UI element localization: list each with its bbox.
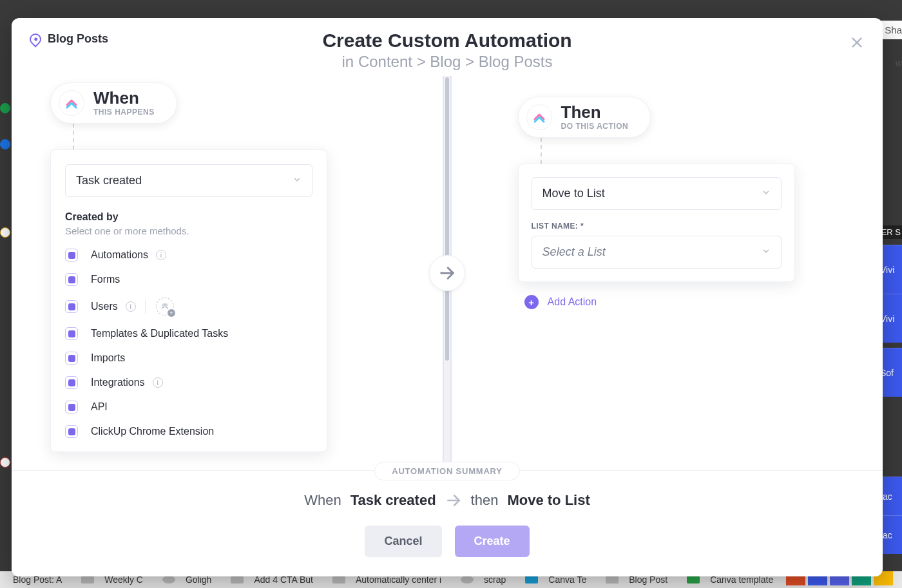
background-dot bbox=[0, 139, 10, 149]
connector-line bbox=[541, 138, 542, 164]
close-button[interactable] bbox=[848, 33, 866, 52]
method-label: ClickUp Chrome Extension bbox=[91, 426, 214, 437]
when-title: When bbox=[93, 90, 155, 106]
method-checkbox[interactable] bbox=[65, 401, 78, 413]
method-row-users: Users i + bbox=[65, 292, 312, 321]
background-view-letter: w bbox=[896, 58, 902, 68]
list-placeholder: Select a List bbox=[542, 245, 606, 259]
then-subtitle: DO THIS ACTION bbox=[561, 122, 629, 131]
then-header-pill: Then DO THIS ACTION bbox=[518, 97, 651, 138]
close-icon bbox=[850, 35, 864, 50]
background-dot bbox=[0, 103, 10, 113]
then-card: Move to List LIST NAME: * Select a List bbox=[518, 164, 795, 282]
location-breadcrumb[interactable]: Blog Posts bbox=[30, 32, 108, 46]
trigger-selected-value: Task created bbox=[76, 174, 142, 187]
method-checkbox[interactable] bbox=[65, 327, 78, 340]
action-select[interactable]: Move to List bbox=[532, 177, 782, 210]
summary-pill: AUTOMATION SUMMARY bbox=[374, 462, 520, 480]
created-by-label: Created by bbox=[65, 211, 312, 223]
method-checkbox[interactable] bbox=[65, 273, 78, 286]
clickup-logo-icon bbox=[526, 104, 552, 130]
when-header-pill: When THIS HAPPENS bbox=[50, 82, 177, 124]
list-name-label: LIST NAME: * bbox=[532, 222, 782, 231]
method-row-imports: Imports bbox=[65, 346, 312, 370]
clickup-logo-icon bbox=[59, 90, 84, 116]
create-button[interactable]: Create bbox=[455, 526, 530, 557]
method-label: Templates & Duplicated Tasks bbox=[91, 328, 228, 339]
method-row-chrome-ext: ClickUp Chrome Extension bbox=[65, 419, 312, 444]
method-label: Users bbox=[91, 301, 118, 312]
action-selected-value: Move to List bbox=[542, 187, 605, 200]
method-label: Forms bbox=[91, 274, 120, 285]
method-label: Imports bbox=[91, 352, 125, 364]
method-row-automations: Automations i bbox=[65, 243, 312, 267]
chevron-down-icon bbox=[762, 187, 771, 200]
modal-title: Create Custom Automation bbox=[30, 30, 865, 52]
method-checkbox[interactable] bbox=[65, 425, 78, 438]
then-title: Then bbox=[561, 104, 629, 120]
location-pin-icon bbox=[27, 31, 43, 47]
method-checkbox[interactable] bbox=[65, 376, 78, 389]
when-card: Task created Created by Select one or mo… bbox=[50, 149, 327, 452]
then-column: Then DO THIS ACTION Move to List LIST NA… bbox=[487, 82, 844, 470]
info-icon[interactable]: i bbox=[153, 377, 163, 388]
info-icon[interactable]: i bbox=[156, 250, 166, 260]
summary-line: When Task created then Move to List bbox=[304, 492, 590, 509]
chevron-down-icon bbox=[293, 174, 302, 187]
created-by-hint: Select one or more methods. bbox=[65, 225, 312, 236]
background-share-text: Sha bbox=[881, 21, 902, 39]
modal-body: When THIS HAPPENS Task created Created b… bbox=[12, 76, 883, 470]
list-select[interactable]: Select a List bbox=[532, 236, 782, 269]
method-label: Integrations bbox=[91, 377, 145, 388]
method-checkbox[interactable] bbox=[65, 249, 78, 261]
divider bbox=[145, 299, 146, 314]
chevron-down-icon bbox=[762, 245, 771, 259]
method-label: Automations bbox=[91, 249, 148, 261]
breadcrumb-label: Blog Posts bbox=[48, 32, 108, 46]
background-dot bbox=[0, 457, 10, 468]
scroll-thumb[interactable] bbox=[445, 77, 449, 361]
method-row-integrations: Integrations i bbox=[65, 370, 312, 395]
trigger-select[interactable]: Task created bbox=[65, 164, 312, 197]
automation-modal: Blog Posts Create Custom Automation in C… bbox=[12, 18, 883, 576]
method-row-forms: Forms bbox=[65, 267, 312, 292]
background-dot bbox=[0, 227, 10, 238]
method-row-api: API bbox=[65, 395, 312, 419]
modal-footer: AUTOMATION SUMMARY When Task created the… bbox=[12, 470, 883, 576]
method-row-templates: Templates & Duplicated Tasks bbox=[65, 321, 312, 346]
modal-header: Blog Posts Create Custom Automation in C… bbox=[12, 18, 883, 76]
cancel-button[interactable]: Cancel bbox=[365, 526, 441, 557]
method-checkbox[interactable] bbox=[65, 300, 78, 313]
when-column: When THIS HAPPENS Task created Created b… bbox=[50, 82, 407, 470]
plus-badge-icon: + bbox=[168, 309, 175, 317]
method-label: API bbox=[91, 401, 108, 413]
connector-line bbox=[73, 124, 74, 149]
method-checkbox[interactable] bbox=[65, 352, 78, 365]
modal-subtitle: in Content > Blog > Blog Posts bbox=[30, 53, 865, 71]
add-action-button[interactable]: + Add Action bbox=[524, 295, 597, 309]
add-action-label: Add Action bbox=[548, 296, 597, 308]
flow-arrow-icon bbox=[429, 255, 465, 291]
add-user-button[interactable]: + bbox=[156, 298, 174, 316]
background-header-right: ER S bbox=[880, 225, 902, 239]
when-subtitle: THIS HAPPENS bbox=[93, 108, 155, 117]
info-icon[interactable]: i bbox=[126, 301, 136, 312]
svg-point-4 bbox=[165, 304, 168, 307]
plus-circle-icon: + bbox=[524, 295, 539, 309]
arrow-right-icon bbox=[445, 492, 462, 509]
